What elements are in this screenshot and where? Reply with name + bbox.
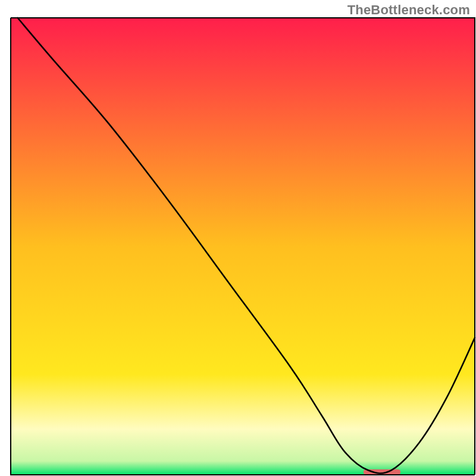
chart-background xyxy=(11,18,475,475)
bottleneck-chart xyxy=(0,0,476,476)
